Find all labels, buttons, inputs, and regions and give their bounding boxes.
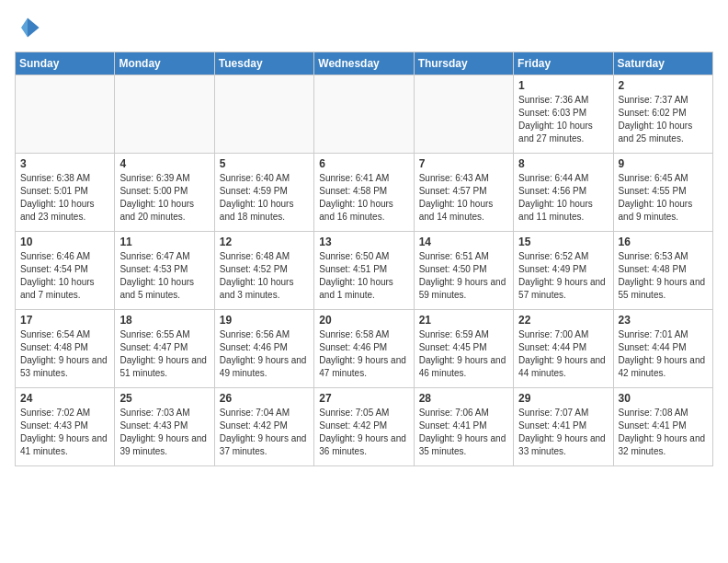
calendar-week-row: 10Sunrise: 6:46 AM Sunset: 4:54 PM Dayli… xyxy=(16,232,713,310)
day-info: Sunrise: 6:56 AM Sunset: 4:46 PM Dayligh… xyxy=(220,328,309,380)
day-number: 14 xyxy=(419,236,508,248)
day-info: Sunrise: 6:46 AM Sunset: 4:54 PM Dayligh… xyxy=(20,250,109,302)
day-number: 16 xyxy=(619,236,708,248)
calendar-cell: 4Sunrise: 6:39 AM Sunset: 5:00 PM Daylig… xyxy=(115,154,214,232)
calendar-week-row: 3Sunrise: 6:38 AM Sunset: 5:01 PM Daylig… xyxy=(16,154,713,232)
day-info: Sunrise: 7:37 AM Sunset: 6:02 PM Dayligh… xyxy=(619,94,708,145)
calendar-cell: 17Sunrise: 6:54 AM Sunset: 4:48 PM Dayli… xyxy=(16,310,115,388)
calendar-cell xyxy=(414,75,513,154)
day-number: 22 xyxy=(518,314,608,327)
day-number: 12 xyxy=(220,236,309,248)
calendar-header-monday: Monday xyxy=(115,52,214,75)
calendar-cell: 24Sunrise: 7:02 AM Sunset: 4:43 PM Dayli… xyxy=(16,388,115,466)
day-info: Sunrise: 7:02 AM Sunset: 4:43 PM Dayligh… xyxy=(20,407,109,458)
calendar-table: SundayMondayTuesdayWednesdayThursdayFrid… xyxy=(15,52,713,466)
day-info: Sunrise: 6:47 AM Sunset: 4:53 PM Dayligh… xyxy=(119,250,209,302)
day-number: 21 xyxy=(419,314,508,327)
day-number: 6 xyxy=(319,157,408,170)
calendar-cell: 12Sunrise: 6:48 AM Sunset: 4:52 PM Dayli… xyxy=(214,232,313,310)
day-info: Sunrise: 7:08 AM Sunset: 4:41 PM Dayligh… xyxy=(619,407,708,458)
calendar-cell: 20Sunrise: 6:58 AM Sunset: 4:46 PM Dayli… xyxy=(314,310,414,388)
day-number: 19 xyxy=(220,314,309,327)
calendar-week-row: 1Sunrise: 7:36 AM Sunset: 6:03 PM Daylig… xyxy=(16,75,713,154)
calendar-cell: 25Sunrise: 7:03 AM Sunset: 4:43 PM Dayli… xyxy=(115,388,214,466)
day-info: Sunrise: 6:44 AM Sunset: 4:56 PM Dayligh… xyxy=(518,172,608,224)
day-number: 17 xyxy=(20,314,109,327)
calendar-cell: 2Sunrise: 7:37 AM Sunset: 6:02 PM Daylig… xyxy=(613,75,712,154)
calendar-cell: 28Sunrise: 7:06 AM Sunset: 4:41 PM Dayli… xyxy=(414,388,513,466)
calendar-cell xyxy=(214,75,313,154)
day-info: Sunrise: 6:53 AM Sunset: 4:48 PM Dayligh… xyxy=(619,250,708,302)
day-info: Sunrise: 6:50 AM Sunset: 4:51 PM Dayligh… xyxy=(319,250,408,302)
day-number: 26 xyxy=(220,392,309,405)
day-info: Sunrise: 7:01 AM Sunset: 4:44 PM Dayligh… xyxy=(619,328,708,380)
calendar-cell: 6Sunrise: 6:41 AM Sunset: 4:58 PM Daylig… xyxy=(314,154,414,232)
day-info: Sunrise: 6:55 AM Sunset: 4:47 PM Dayligh… xyxy=(119,328,209,380)
calendar-header-sunday: Sunday xyxy=(16,52,115,75)
calendar-cell: 16Sunrise: 6:53 AM Sunset: 4:48 PM Dayli… xyxy=(613,232,712,310)
calendar-header-wednesday: Wednesday xyxy=(314,52,414,75)
calendar-cell: 19Sunrise: 6:56 AM Sunset: 4:46 PM Dayli… xyxy=(214,310,313,388)
day-number: 5 xyxy=(220,157,309,170)
calendar-cell: 18Sunrise: 6:55 AM Sunset: 4:47 PM Dayli… xyxy=(115,310,214,388)
day-number: 28 xyxy=(419,392,508,405)
day-info: Sunrise: 7:05 AM Sunset: 4:42 PM Dayligh… xyxy=(319,407,408,458)
day-number: 11 xyxy=(119,236,209,248)
day-number: 3 xyxy=(20,157,109,170)
calendar-cell: 15Sunrise: 6:52 AM Sunset: 4:49 PM Dayli… xyxy=(514,232,613,310)
day-info: Sunrise: 6:59 AM Sunset: 4:45 PM Dayligh… xyxy=(419,328,508,380)
day-number: 18 xyxy=(119,314,209,327)
day-number: 24 xyxy=(20,392,109,405)
day-number: 7 xyxy=(419,157,508,170)
calendar-cell: 21Sunrise: 6:59 AM Sunset: 4:45 PM Dayli… xyxy=(414,310,513,388)
page-header xyxy=(15,15,713,42)
calendar-week-row: 24Sunrise: 7:02 AM Sunset: 4:43 PM Dayli… xyxy=(16,388,713,466)
calendar-header-friday: Friday xyxy=(514,52,613,75)
calendar-header-tuesday: Tuesday xyxy=(214,52,313,75)
day-info: Sunrise: 6:51 AM Sunset: 4:50 PM Dayligh… xyxy=(419,250,508,302)
calendar-cell: 26Sunrise: 7:04 AM Sunset: 4:42 PM Dayli… xyxy=(214,388,313,466)
calendar-cell: 7Sunrise: 6:43 AM Sunset: 4:57 PM Daylig… xyxy=(414,154,513,232)
calendar-cell xyxy=(314,75,414,154)
calendar-cell: 13Sunrise: 6:50 AM Sunset: 4:51 PM Dayli… xyxy=(314,232,414,310)
calendar-cell: 10Sunrise: 6:46 AM Sunset: 4:54 PM Dayli… xyxy=(16,232,115,310)
calendar-cell xyxy=(115,75,214,154)
day-number: 9 xyxy=(619,157,708,170)
day-info: Sunrise: 6:45 AM Sunset: 4:55 PM Dayligh… xyxy=(619,172,708,224)
calendar-cell: 11Sunrise: 6:47 AM Sunset: 4:53 PM Dayli… xyxy=(115,232,214,310)
day-number: 4 xyxy=(119,157,209,170)
calendar-week-row: 17Sunrise: 6:54 AM Sunset: 4:48 PM Dayli… xyxy=(16,310,713,388)
svg-marker-1 xyxy=(21,18,28,38)
day-number: 30 xyxy=(619,392,708,405)
day-number: 20 xyxy=(319,314,408,327)
day-number: 1 xyxy=(518,79,608,92)
day-info: Sunrise: 7:07 AM Sunset: 4:41 PM Dayligh… xyxy=(518,407,608,458)
day-number: 15 xyxy=(518,236,608,248)
day-info: Sunrise: 6:43 AM Sunset: 4:57 PM Dayligh… xyxy=(419,172,508,224)
day-number: 25 xyxy=(119,392,209,405)
day-info: Sunrise: 6:48 AM Sunset: 4:52 PM Dayligh… xyxy=(220,250,309,302)
logo-icon xyxy=(15,15,40,40)
calendar-cell: 3Sunrise: 6:38 AM Sunset: 5:01 PM Daylig… xyxy=(16,154,115,232)
day-info: Sunrise: 7:06 AM Sunset: 4:41 PM Dayligh… xyxy=(419,407,508,458)
calendar-header-thursday: Thursday xyxy=(414,52,513,75)
calendar-cell: 23Sunrise: 7:01 AM Sunset: 4:44 PM Dayli… xyxy=(613,310,712,388)
calendar-cell: 22Sunrise: 7:00 AM Sunset: 4:44 PM Dayli… xyxy=(514,310,613,388)
day-info: Sunrise: 7:04 AM Sunset: 4:42 PM Dayligh… xyxy=(220,407,309,458)
calendar-cell: 27Sunrise: 7:05 AM Sunset: 4:42 PM Dayli… xyxy=(314,388,414,466)
calendar-cell: 9Sunrise: 6:45 AM Sunset: 4:55 PM Daylig… xyxy=(613,154,712,232)
day-number: 29 xyxy=(518,392,608,405)
logo xyxy=(15,15,40,42)
day-info: Sunrise: 7:03 AM Sunset: 4:43 PM Dayligh… xyxy=(119,407,209,458)
svg-marker-0 xyxy=(28,18,40,38)
day-info: Sunrise: 6:52 AM Sunset: 4:49 PM Dayligh… xyxy=(518,250,608,302)
day-info: Sunrise: 6:39 AM Sunset: 5:00 PM Dayligh… xyxy=(119,172,209,224)
calendar-cell: 1Sunrise: 7:36 AM Sunset: 6:03 PM Daylig… xyxy=(514,75,613,154)
calendar-cell: 8Sunrise: 6:44 AM Sunset: 4:56 PM Daylig… xyxy=(514,154,613,232)
day-number: 8 xyxy=(518,157,608,170)
calendar-cell: 30Sunrise: 7:08 AM Sunset: 4:41 PM Dayli… xyxy=(613,388,712,466)
day-info: Sunrise: 7:00 AM Sunset: 4:44 PM Dayligh… xyxy=(518,328,608,380)
calendar-header-saturday: Saturday xyxy=(613,52,712,75)
day-info: Sunrise: 6:38 AM Sunset: 5:01 PM Dayligh… xyxy=(20,172,109,224)
day-info: Sunrise: 6:41 AM Sunset: 4:58 PM Dayligh… xyxy=(319,172,408,224)
